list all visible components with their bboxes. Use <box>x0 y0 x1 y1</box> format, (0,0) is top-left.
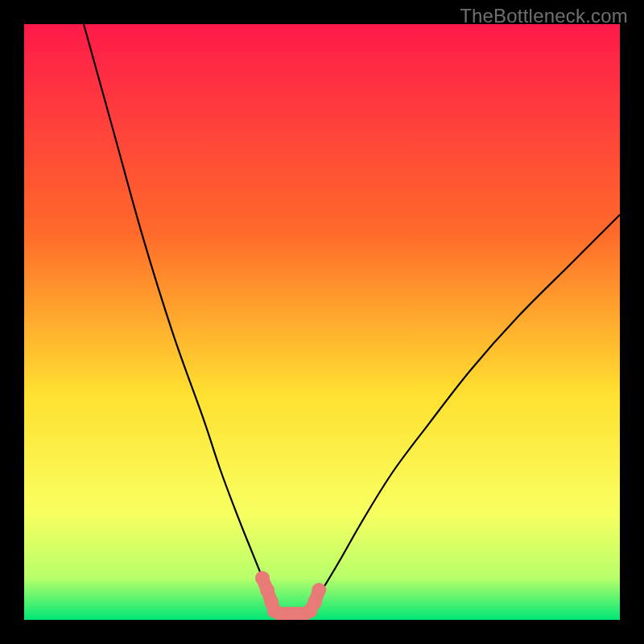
plot-area <box>24 24 620 620</box>
gradient-background <box>24 24 620 620</box>
marker-dot <box>312 583 326 597</box>
chart-svg <box>24 24 620 620</box>
chart-frame: TheBottleneck.com <box>0 0 644 644</box>
